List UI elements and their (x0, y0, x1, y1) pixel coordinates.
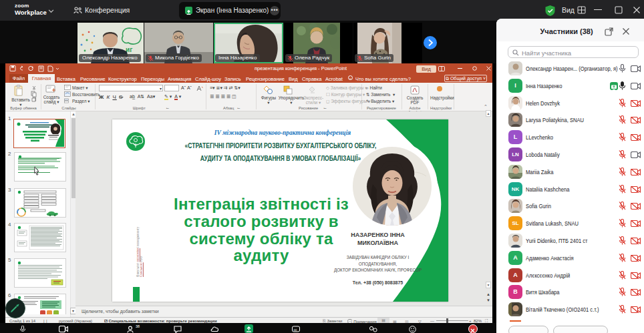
svg-text:cc: cc (294, 328, 298, 332)
